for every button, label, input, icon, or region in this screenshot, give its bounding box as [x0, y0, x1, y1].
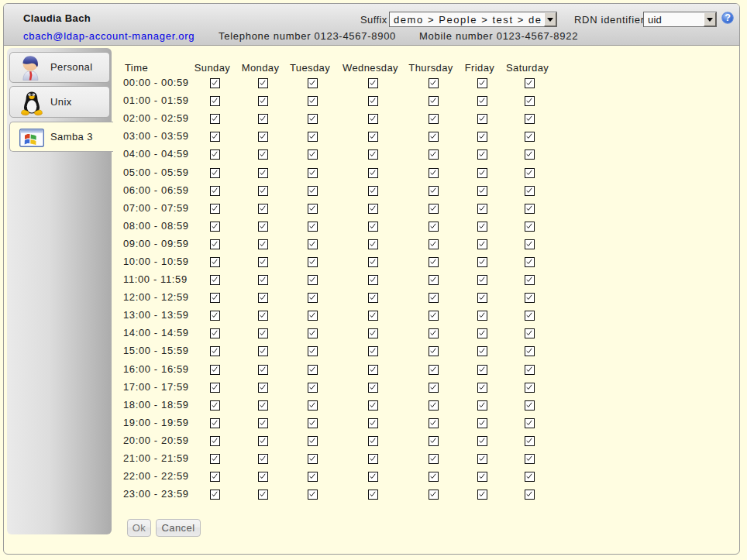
svg-text:?: ?: [725, 12, 731, 23]
